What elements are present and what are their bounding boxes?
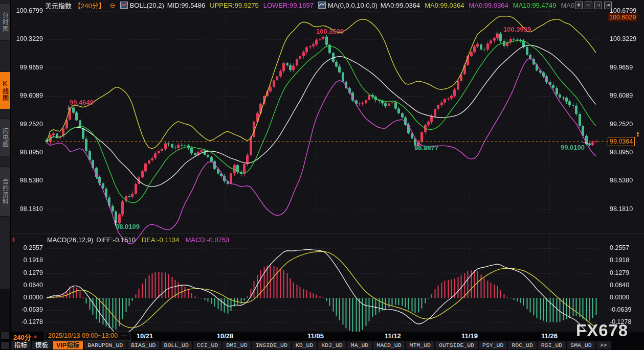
price-tick-right-3: 99.6089 <box>610 92 633 99</box>
chart-tool-icons: ✥⊢⊣⇥ <box>575 2 612 9</box>
boll-lower-value: LOWER:99.1697 <box>263 2 314 9</box>
trading-app: 分时图K线图闪电图合约资料 美元指数 【240分】 ⊖ BOLL(20,2) M… <box>0 0 644 350</box>
boll-params: BOLL(20,2) <box>130 2 164 9</box>
macd-tick-left-6: -0.1278 <box>11 318 43 325</box>
macd-tick-left-3: 0.0640 <box>11 282 43 289</box>
tab-rsi_ud[interactable]: RSI_UD <box>538 341 566 349</box>
macd-tick-left-4: 0.0000 <box>11 294 43 301</box>
price-tick-right-7: 98.1810 <box>610 205 633 213</box>
price-annotation-6: → <box>581 137 588 145</box>
price-annotation-1: 100.3599 <box>316 28 344 35</box>
tab-dmi_ud[interactable]: DMI_UD <box>223 341 251 349</box>
xaxis-date-0: 10/21 <box>127 332 163 340</box>
macd-tick-right-2: 0.1279 <box>610 269 629 276</box>
price-tick-right-6: 98.5380 <box>610 177 633 184</box>
price-tick-left-5: 98.8950 <box>11 149 43 156</box>
xaxis-row: 240分 ▲ 2025/10/13 09:00~13:00— 10/2110/2… <box>0 332 644 341</box>
xaxis-date-4: 11/19 <box>452 332 487 340</box>
indicator-header: 美元指数 【240分】 ⊖ BOLL(20,2) MID:99.5486 UPP… <box>45 1 580 9</box>
period-label: 【240分】 <box>74 1 105 10</box>
price-annotation-2: 100.3939 <box>503 26 531 33</box>
toolbar-corner-box <box>1 342 9 349</box>
price-tick-left-2: 99.9659 <box>11 64 43 71</box>
macd-tick-right-5: -0.0639 <box>610 306 631 313</box>
tab-boll_ud[interactable]: BOLL_UD <box>161 341 192 349</box>
ma-params: MA(0,0,0,10,0,0) <box>328 2 377 9</box>
period-triangle-icon[interactable]: ▲ <box>33 333 38 339</box>
macd-pane-icon[interactable]: ✳ <box>11 236 16 244</box>
price-annotation-4: 98.0109 <box>116 223 140 230</box>
price-tick-left-7: 98.1810 <box>11 205 43 213</box>
tab-bias_ud[interactable]: BIAS_UD <box>127 341 159 349</box>
macd-params: MACD(26,12,9) <box>47 236 93 244</box>
sidebar-item-1[interactable]: 分时图 <box>0 3 10 41</box>
tab-[interactable]: 模板 <box>32 341 52 349</box>
ma-indicator-icon <box>318 2 326 9</box>
watermark: FX678 <box>576 321 628 340</box>
bottom-toolbar: 指标模板VIP指标BARUPDN_UDBIAS_UDBOLL_UDCCI_UDD… <box>0 341 644 350</box>
macd-header: MACD(26,12,9) DIFF:-0.1510 DEA:-0.1134 M… <box>47 236 229 244</box>
ma0-value-3: MA0:99.0364 <box>469 2 508 9</box>
tab-kd_ud[interactable]: KD_UD <box>292 341 317 349</box>
price-tick-left-4: 99.2520 <box>11 121 43 128</box>
pan-right-icon[interactable]: ⇥ <box>604 2 612 9</box>
macd-tick-left-5: -0.0639 <box>11 306 43 313</box>
boll-upper-value: UPPER:99.9275 <box>210 2 258 9</box>
tab-[interactable]: >> <box>596 341 611 349</box>
price-up-arrows-icon: ▲▲ <box>636 131 640 136</box>
price-tick-left-3: 99.6089 <box>11 92 43 99</box>
price-tick-left-6: 98.5380 <box>11 177 43 184</box>
tab-sma_ud[interactable]: SMA_UD <box>567 341 595 349</box>
tab-roc_ud[interactable]: ROC_UD <box>508 341 536 349</box>
price-macd-chart-canvas[interactable] <box>10 0 644 332</box>
symbol-name: 美元指数 <box>45 1 72 10</box>
macd-diff-value: DIFF:-0.1510 <box>96 236 136 244</box>
tab-mtm_ud[interactable]: MTM_UD <box>406 341 434 349</box>
session-high-label: 100.6029 <box>608 13 637 21</box>
bar-datetime-range: 2025/10/13 09:00~13:00— <box>44 332 131 341</box>
macd-dea-value: DEA:-0.1134 <box>142 236 179 244</box>
xaxis-corner-box <box>1 332 9 339</box>
tab-macd_ud[interactable]: MACD_UD <box>373 341 405 349</box>
tab-barupdn_ud[interactable]: BARUPDN_UD <box>84 341 126 349</box>
tab-[interactable]: 指标 <box>11 341 31 349</box>
ma0-value-2: MA0:99.0364 <box>425 2 464 9</box>
macd-tick-right-3: 0.0640 <box>610 282 629 289</box>
macd-tick-left-0: 0.2557 <box>11 244 43 251</box>
xaxis-date-1: 10/28 <box>207 332 243 340</box>
boll-indicator-icon <box>120 2 128 9</box>
zoom-axis-right-icon[interactable]: ⊣ <box>594 2 602 9</box>
ma10-value: MA10:99.4749 <box>513 2 557 9</box>
price-tick-left-0: 100.6799 <box>11 7 43 14</box>
tab-vip[interactable]: VIP指标 <box>53 341 83 349</box>
sidebar-item-2[interactable]: K线图 <box>0 72 10 109</box>
macd-tick-right-0: 0.2557 <box>610 244 629 251</box>
tab-kdj_ud[interactable]: KDJ_UD <box>318 341 346 349</box>
price-tick-right-2: 99.9659 <box>610 64 633 71</box>
price-annotation-3: 98.9877 <box>414 144 438 152</box>
zoom-axis-left-icon[interactable]: ⊢ <box>585 2 592 9</box>
xaxis-date-3: 11/12 <box>375 332 411 340</box>
sidebar-item-4[interactable]: 合约资料 <box>0 167 10 217</box>
left-sidebar: 分时图K线图闪电图合约资料 <box>0 0 11 332</box>
macd-macd-value: MACD:-0.0753 <box>185 236 229 244</box>
indicator-tabs: 指标模板VIP指标BARUPDN_UDBIAS_UDBOLL_UDCCI_UDD… <box>11 341 611 349</box>
move-crosshair-icon[interactable]: ✥ <box>575 2 583 9</box>
minus-circle-icon[interactable]: ⊖ <box>110 2 116 9</box>
price-tick-left-1: 100.3229 <box>11 35 43 42</box>
sidebar-item-3[interactable]: 闪电图 <box>0 119 10 156</box>
macd-tick-left-1: 0.1918 <box>11 256 43 264</box>
macd-tick-right-4: 0.0000 <box>610 294 629 301</box>
tab-psy_ud[interactable]: PSY_UD <box>479 341 507 349</box>
current-price-box: 99.0364 <box>608 137 635 146</box>
tab-inside_ud[interactable]: INSIDE_UD <box>252 341 291 349</box>
price-annotation-0: 99.4649 <box>70 99 94 106</box>
range-dash: — <box>121 332 127 339</box>
price-tick-right-1: 100.3229 <box>610 35 636 42</box>
ma0-value-1: MA0:99.0364 <box>381 2 420 9</box>
xaxis-date-5: 11/26 <box>531 332 567 340</box>
tab-cci_ud[interactable]: CCI_UD <box>193 341 221 349</box>
tab-ma_ud[interactable]: MA_UD <box>347 341 372 349</box>
price-tick-right-4: 99.2520 <box>610 121 633 128</box>
tab-outside_ud[interactable]: OUTSIDE_UD <box>435 341 478 349</box>
